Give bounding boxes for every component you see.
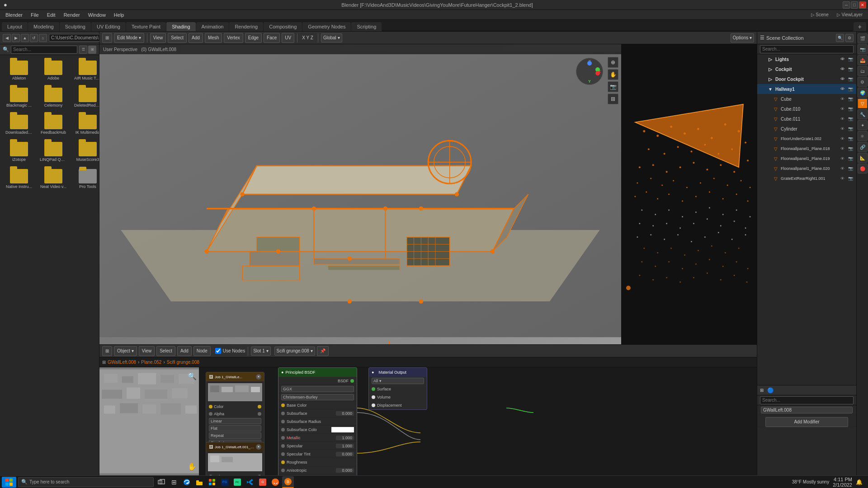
eye-icon-lights[interactable]: 👁 xyxy=(839,56,845,62)
start-button[interactable] xyxy=(2,477,16,488)
taskbar-firefox-btn[interactable]: 🦊 xyxy=(269,476,281,488)
file-item-protools[interactable]: Pro Tools xyxy=(72,167,99,191)
file-item-adobe[interactable]: Adobe xyxy=(38,59,69,82)
image-node-2[interactable]: 🖼 Job 1_GWallLeft.001_Pass 2 ✕ xyxy=(206,442,264,475)
face-btn[interactable]: Face xyxy=(264,33,280,43)
tab-geometry-nodes[interactable]: Geometry Nodes xyxy=(302,22,351,31)
repeat-dropdown[interactable]: Repeat xyxy=(209,432,261,439)
camera-icon-grate-rear[interactable]: 📷 xyxy=(847,175,854,182)
menu-help[interactable]: Help xyxy=(110,11,128,19)
file-item-deleted[interactable]: DeletedReddi... xyxy=(72,86,99,109)
notification-btn[interactable]: 🔔 xyxy=(856,479,863,485)
taskbar-vscode-btn[interactable] xyxy=(244,476,256,488)
tab-uv-editing[interactable]: UV Editing xyxy=(91,22,126,31)
select-btn[interactable]: Select xyxy=(168,33,187,43)
outliner-item-floor-grate[interactable]: ▽ FloorUnderGrate1.002 👁 📷 xyxy=(757,134,856,144)
eye-icon-floorwall019[interactable]: 👁 xyxy=(839,155,845,162)
node-canvas[interactable]: 🖼 Job 1_GWallLe... ✕ xyxy=(199,367,757,475)
add-modifier-btn[interactable]: Add Modifier xyxy=(765,417,848,427)
menu-scene[interactable]: ▷ Scene xyxy=(807,11,832,18)
maximize-btn[interactable]: □ xyxy=(851,1,858,9)
taskbar-explorer-btn[interactable] xyxy=(193,476,205,488)
minimize-btn[interactable]: ─ xyxy=(843,1,850,9)
material-dropdown[interactable]: Scifi grunge.008 ▾ xyxy=(274,347,315,356)
camera-icon-floorwall018[interactable]: 📷 xyxy=(847,145,854,152)
file-item-izotope[interactable]: iZotope xyxy=(4,140,34,164)
outliner-filter-btn[interactable]: 🔍 xyxy=(836,34,844,42)
outliner-item-door-cockpit[interactable]: ▷ Door Cockpit 👁 📷 xyxy=(757,74,856,84)
ne-node-btn[interactable]: Node xyxy=(193,346,211,356)
add-btn[interactable]: Add xyxy=(189,33,203,43)
vertex-btn[interactable]: Vertex xyxy=(224,33,243,43)
eye-icon-cockpit[interactable]: 👁 xyxy=(839,66,845,72)
output-all-dropdown[interactable]: All ▾ xyxy=(372,378,424,384)
file-item-ableton[interactable]: Ableton xyxy=(4,59,34,82)
file-item-linqpad[interactable]: LINQPad Que... xyxy=(38,140,69,164)
material-name-value[interactable]: GWallLeft.008 xyxy=(761,407,853,413)
ne-editor-type-btn[interactable]: ⊞ xyxy=(102,346,112,356)
tab-layout[interactable]: Layout xyxy=(2,22,28,31)
file-item-native[interactable]: Native Instru... xyxy=(4,167,34,191)
tab-add-workspace[interactable]: + xyxy=(854,22,866,31)
options-dropdown[interactable]: Options ▾ xyxy=(731,33,754,42)
camera-icon-door-cockpit[interactable]: 📷 xyxy=(847,76,854,82)
ne-object-btn[interactable]: Object ▾ xyxy=(114,346,137,356)
menu-edit[interactable]: Edit xyxy=(43,11,59,19)
outliner-item-floorwall-018[interactable]: ▽ Floorwallpanel1_Plane.018 👁 📷 xyxy=(757,144,856,154)
outliner-item-cube-010[interactable]: ▽ Cube.010 👁 📷 xyxy=(757,104,856,114)
props-tab-world[interactable]: 🌍 xyxy=(858,88,868,98)
camera-icon-lights[interactable]: 📷 xyxy=(847,56,854,62)
outliner-item-cube[interactable]: ▽ Cube 👁 📷 xyxy=(757,94,856,104)
tab-scripting[interactable]: Scripting xyxy=(351,22,382,31)
taskbar-edge-btn[interactable] xyxy=(181,476,193,488)
eye-icon-floorwall018[interactable]: 👁 xyxy=(839,145,845,152)
tab-texture-paint[interactable]: Texture Paint xyxy=(126,22,166,31)
taskbar-powershell-btn[interactable]: PS xyxy=(219,476,231,488)
scene-viewport[interactable] xyxy=(99,44,621,344)
props-tab-constraints[interactable]: 🔗 xyxy=(858,142,868,152)
camera-btn[interactable]: 📷 xyxy=(608,81,618,92)
ne-view-btn[interactable]: View xyxy=(139,346,155,356)
menu-window[interactable]: Window xyxy=(85,11,109,19)
eye-icon-cube010[interactable]: 👁 xyxy=(839,106,845,112)
material-output-node[interactable]: ● Material Output All ▾ Surface Volu xyxy=(368,367,427,410)
camera-icon-cockpit[interactable]: 📷 xyxy=(847,66,854,72)
camera-icon-cube011[interactable]: 📷 xyxy=(847,116,854,122)
taskbar-blender-btn[interactable]: B xyxy=(282,476,294,488)
distribution-dropdown[interactable]: GGX xyxy=(281,386,354,392)
menu-render[interactable]: Render xyxy=(60,11,84,19)
outliner-item-floorwall-019[interactable]: ▽ Floorwallpanel1_Plane.019 👁 📷 xyxy=(757,154,856,164)
uv-btn[interactable]: UV xyxy=(282,33,294,43)
file-item-ikmultimedia[interactable]: IK Multimedia xyxy=(72,113,99,136)
eye-icon-grate-rear[interactable]: 👁 xyxy=(839,175,845,182)
taskbar-widgets-btn[interactable]: ⊞ xyxy=(168,476,180,488)
close-btn[interactable]: ✕ xyxy=(859,1,866,9)
camera-icon-floorwall019[interactable]: 📷 xyxy=(847,155,854,162)
pan-btn[interactable]: ✋ xyxy=(608,69,618,80)
path-bar[interactable]: C:\Users\C.Documents\ xyxy=(49,34,101,42)
tab-rendering[interactable]: Rendering xyxy=(229,22,263,31)
props-tab-material[interactable]: 🔴 xyxy=(858,164,868,174)
slot-dropdown[interactable]: Slot 1 ▾ xyxy=(251,347,270,356)
outliner-item-cockpit[interactable]: ▷ Cockpit 👁 📷 xyxy=(757,64,856,74)
properties-search-input[interactable] xyxy=(760,396,854,404)
use-nodes-checkbox[interactable] xyxy=(215,348,221,354)
file-item-downloaded[interactable]: DownloadedF... xyxy=(4,113,34,136)
view-grid-btn[interactable]: ⊞ xyxy=(88,46,96,54)
nav-refresh-btn[interactable]: ↺ xyxy=(30,34,38,42)
file-item-neat[interactable]: Neat Video v... xyxy=(38,167,69,191)
props-tab-scene[interactable]: 🎬 xyxy=(858,33,868,43)
camera-icon-floorwall020[interactable]: 📷 xyxy=(847,165,854,172)
props-tab-output[interactable]: 📤 xyxy=(858,55,868,65)
tab-animation[interactable]: Animation xyxy=(196,22,229,31)
props-tab-view-layer[interactable]: 🗂 xyxy=(858,66,868,76)
3d-viewport[interactable]: User Perspective (0) GWallLeft.008 xyxy=(99,44,621,344)
taskbar-taskview-btn[interactable] xyxy=(156,476,167,488)
zoom-extents-btn[interactable]: ⊕ xyxy=(608,57,618,68)
eye-icon-floorwall020[interactable]: 👁 xyxy=(839,165,845,172)
camera-icon-floor-grate[interactable]: 📷 xyxy=(847,136,854,142)
flat-dropdown[interactable]: Flat xyxy=(209,425,261,432)
image-node-2-close-btn[interactable]: ✕ xyxy=(256,444,261,450)
view-list-btn[interactable]: ☰ xyxy=(79,46,87,54)
tab-modeling[interactable]: Modeling xyxy=(28,22,59,31)
